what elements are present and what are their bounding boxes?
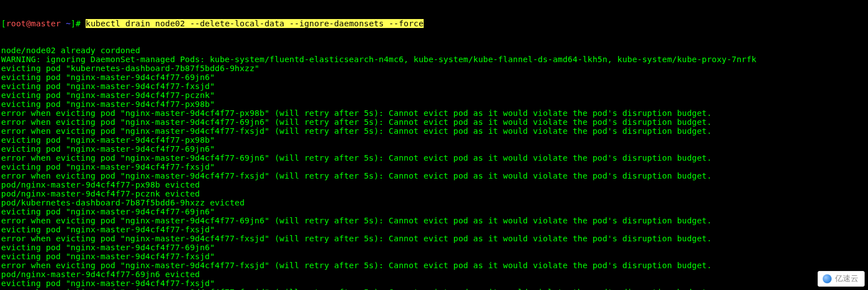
output-line: pod/nginx-master-9d4cf4f77-69jn6 evicted	[1, 270, 867, 279]
output-line: evicting pod "nginx-master-9d4cf4f77-69j…	[1, 73, 867, 82]
output-line: error when evicting pod "nginx-master-9d…	[1, 127, 867, 135]
output-line: evicting pod "nginx-master-9d4cf4f77-px9…	[1, 100, 867, 109]
output-line: evicting pod "nginx-master-9d4cf4f77-px9…	[1, 135, 867, 144]
output-line: WARNING: ignoring DaemonSet-managed Pods…	[1, 55, 867, 64]
output-line: error when evicting pod "nginx-master-9d…	[1, 109, 867, 118]
output-line: pod/nginx-master-9d4cf4f77-px98b evicted	[1, 180, 867, 189]
terminal-output: node/node02 already cordonedWARNING: ign…	[1, 46, 867, 290]
output-line: error when evicting pod "nginx-master-9d…	[1, 153, 867, 162]
output-line: evicting pod "nginx-master-9d4cf4f77-pcz…	[1, 91, 867, 100]
prompt-user-host: root@master	[6, 19, 61, 28]
output-line: evicting pod "nginx-master-9d4cf4f77-69j…	[1, 144, 867, 153]
prompt-close: ]#	[71, 19, 86, 28]
watermark-logo-icon	[823, 274, 832, 283]
output-line: error when evicting pod "nginx-master-9d…	[1, 216, 867, 225]
prompt-open: [	[1, 19, 6, 28]
output-line: evicting pod "nginx-master-9d4cf4f77-fxs…	[1, 279, 867, 288]
command-text: kubectl drain node02 --delete-local-data…	[86, 19, 424, 28]
output-line: error when evicting pod "nginx-master-9d…	[1, 261, 867, 270]
output-line: pod/kubernetes-dashboard-7b87f5bdd6-9hxz…	[1, 198, 867, 207]
watermark-text: 亿速云	[835, 274, 858, 283]
output-line: evicting pod "nginx-master-9d4cf4f77-69j…	[1, 243, 867, 252]
output-line: evicting pod "nginx-master-9d4cf4f77-fxs…	[1, 162, 867, 171]
prompt-line: [root@master ~]# kubectl drain node02 --…	[1, 19, 867, 28]
output-line: error when evicting pod "nginx-master-9d…	[1, 118, 867, 127]
output-line: evicting pod "nginx-master-9d4cf4f77-fxs…	[1, 82, 867, 91]
output-line: error when evicting pod "nginx-master-9d…	[1, 234, 867, 243]
watermark-badge: 亿速云	[818, 271, 865, 287]
output-line: evicting pod "nginx-master-9d4cf4f77-fxs…	[1, 252, 867, 261]
output-line: node/node02 already cordoned	[1, 46, 867, 55]
output-line: error when evicting pod "nginx-master-9d…	[1, 171, 867, 180]
output-line: pod/nginx-master-9d4cf4f77-pcznk evicted	[1, 189, 867, 198]
terminal[interactable]: [root@master ~]# kubectl drain node02 --…	[0, 0, 868, 290]
output-line: evicting pod "nginx-master-9d4cf4f77-fxs…	[1, 225, 867, 234]
output-line: evicting pod "kubernetes-dashboard-7b87f…	[1, 64, 867, 73]
output-line: error when evicting pod "nginx-master-9d…	[1, 288, 867, 290]
output-line: evicting pod "nginx-master-9d4cf4f77-69j…	[1, 207, 867, 216]
